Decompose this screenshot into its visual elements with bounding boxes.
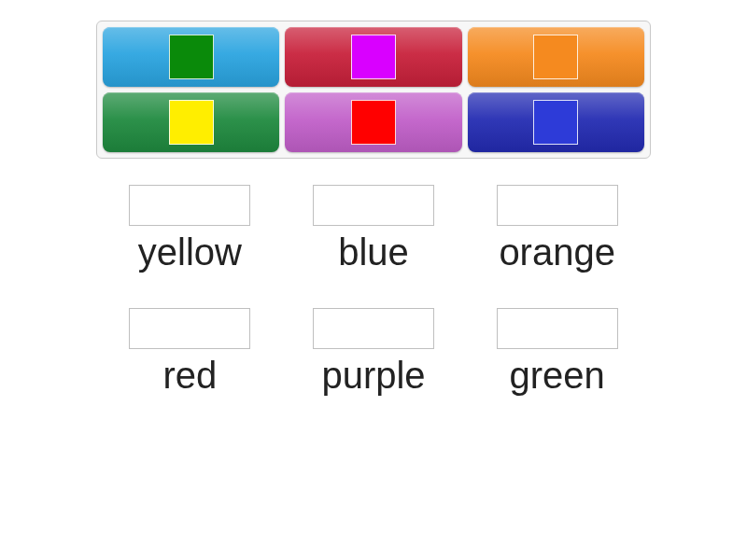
tile-blue-chip bbox=[169, 35, 214, 79]
target-purple-dropzone[interactable] bbox=[313, 308, 434, 349]
tile-darkblue-chip bbox=[533, 100, 578, 145]
tile-red[interactable] bbox=[285, 27, 461, 87]
target-orange-dropzone[interactable] bbox=[497, 185, 618, 226]
target-purple-label: purple bbox=[321, 355, 425, 396]
target-blue-label: blue bbox=[338, 231, 409, 273]
tile-purple[interactable] bbox=[285, 92, 461, 152]
tile-orange-chip bbox=[533, 35, 578, 79]
target-yellow-label: yellow bbox=[138, 231, 242, 273]
target-blue: blue bbox=[296, 185, 452, 273]
target-yellow: yellow bbox=[112, 185, 268, 273]
tile-blue[interactable] bbox=[103, 27, 279, 87]
tile-orange[interactable] bbox=[468, 27, 644, 87]
tile-red-chip bbox=[351, 35, 396, 79]
target-green-label: green bbox=[510, 355, 605, 396]
target-purple: purple bbox=[296, 308, 452, 396]
target-orange-label: orange bbox=[499, 231, 615, 273]
target-blue-dropzone[interactable] bbox=[313, 185, 434, 226]
tile-green[interactable] bbox=[103, 92, 279, 152]
tile-darkblue[interactable] bbox=[468, 92, 644, 152]
target-red: red bbox=[112, 308, 268, 396]
target-red-label: red bbox=[162, 355, 217, 396]
target-green: green bbox=[479, 308, 635, 396]
target-yellow-dropzone[interactable] bbox=[129, 185, 250, 226]
target-green-dropzone[interactable] bbox=[497, 308, 618, 349]
tile-green-chip bbox=[169, 100, 214, 145]
targets-grid: yellowblueorangeredpurplegreen bbox=[112, 185, 635, 396]
tile-panel bbox=[96, 21, 651, 159]
target-red-dropzone[interactable] bbox=[129, 308, 250, 349]
tile-purple-chip bbox=[351, 100, 396, 145]
target-orange: orange bbox=[479, 185, 635, 273]
